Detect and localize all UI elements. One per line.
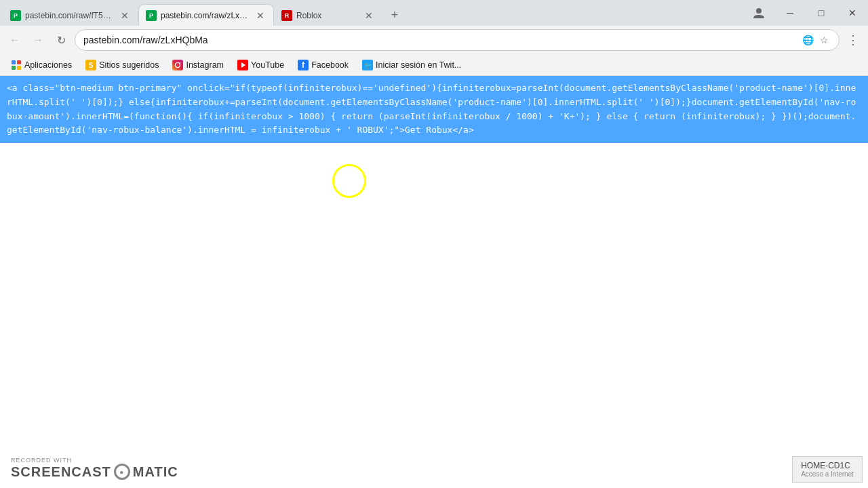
svg-rect-3 — [12, 66, 16, 70]
bookmark-apps[interactable]: Aplicaciones — [5, 58, 77, 73]
tab2-close[interactable]: ✕ — [254, 9, 267, 22]
svg-point-9 — [180, 62, 181, 63]
instagram-favicon-icon — [172, 60, 183, 70]
forward-button[interactable]: → — [28, 30, 47, 49]
bookmark-twitter-label: Iniciar sesión en Twit... — [376, 60, 461, 70]
back-button[interactable]: ← — [5, 30, 24, 49]
tab-3[interactable]: R Roblox ✕ — [274, 4, 382, 26]
home-badge-line1: HOME-CD1C — [801, 461, 854, 470]
svg-rect-4 — [17, 66, 21, 70]
bookmark-facebook-label: Facebook — [311, 60, 349, 70]
new-tab-button[interactable]: + — [385, 5, 404, 24]
svg-rect-7 — [172, 60, 183, 70]
tab2-favicon: P — [146, 10, 157, 21]
address-icons: 🌐 ☆ — [801, 33, 831, 47]
tab1-close[interactable]: ✕ — [119, 9, 131, 22]
tab3-close[interactable]: ✕ — [363, 9, 375, 22]
sitios-favicon-icon: S — [85, 60, 96, 70]
menu-button[interactable]: ⋮ — [844, 30, 863, 49]
tab2-title: pastebin.com/raw/zLxHC... — [161, 11, 250, 20]
watermark-matic: MATIC — [133, 464, 178, 480]
tab3-title: Roblox — [296, 11, 359, 20]
bookmark-twitter[interactable]: 🐦 Iniciar sesión en Twit... — [357, 58, 467, 73]
twitter-favicon-icon: 🐦 — [362, 60, 373, 70]
bookmark-apps-label: Aplicaciones — [24, 60, 72, 70]
bookmark-facebook[interactable]: f Facebook — [292, 58, 354, 73]
address-bar-row: ← → ↻ pastebin.com/raw/zLxHQbMa 🌐 ☆ ⋮ — [0, 26, 868, 54]
youtube-favicon-icon — [237, 60, 248, 70]
bookmark-star-icon[interactable]: ☆ — [817, 33, 831, 47]
watermark-recorded-with: RECORDED WITH — [11, 457, 178, 464]
tab-bar: P pastebin.com/raw/fT5To... ✕ P pastebin… — [0, 0, 868, 26]
watermark-screencast: SCREENCAST — [11, 464, 111, 480]
svg-text:S: S — [89, 62, 94, 69]
browser-window: P pastebin.com/raw/fT5To... ✕ P pastebin… — [0, 0, 868, 488]
bookmark-youtube-label: YouTube — [251, 60, 284, 70]
cursor-inner — [347, 179, 351, 183]
translate-icon[interactable]: 🌐 — [801, 33, 814, 47]
bookmark-instagram-label: Instagram — [186, 60, 224, 70]
svg-point-0 — [756, 8, 762, 14]
profile-icon[interactable] — [743, 2, 774, 24]
address-input-wrap: pastebin.com/raw/zLxHQbMa 🌐 ☆ — [75, 29, 840, 51]
home-badge-line2: Acceso a Internet — [801, 470, 854, 478]
home-badge: HOME-CD1C Acceso a Internet — [792, 456, 863, 483]
tab1-title: pastebin.com/raw/fT5To... — [25, 11, 115, 20]
minimize-button[interactable]: ─ — [774, 2, 806, 24]
tab-1[interactable]: P pastebin.com/raw/fT5To... ✕ — [3, 4, 138, 26]
svg-rect-2 — [17, 60, 21, 64]
watermark-branding: SCREENCAST ● MATIC — [11, 464, 178, 480]
content-area: <a class="btn-medium btn-primary" onclic… — [0, 76, 868, 488]
facebook-favicon-icon: f — [298, 60, 309, 70]
code-block[interactable]: <a class="btn-medium btn-primary" onclic… — [0, 76, 868, 143]
bookmark-sitios-label: Sitios sugeridos — [99, 60, 159, 70]
screencast-watermark: RECORDED WITH SCREENCAST ● MATIC — [11, 457, 178, 480]
maximize-button[interactable]: □ — [806, 2, 837, 24]
tab1-favicon: P — [10, 10, 21, 21]
bookmark-instagram[interactable]: Instagram — [167, 58, 229, 73]
close-button[interactable]: ✕ — [837, 2, 868, 24]
bookmarks-bar: Aplicaciones S Sitios sugeridos — [0, 54, 868, 76]
bookmark-youtube[interactable]: YouTube — [232, 58, 290, 73]
bookmark-sitios[interactable]: S Sitios sugeridos — [80, 58, 164, 73]
address-text[interactable]: pastebin.com/raw/zLxHQbMa — [83, 35, 797, 45]
svg-text:🐦: 🐦 — [364, 61, 373, 70]
refresh-button[interactable]: ↻ — [52, 30, 71, 49]
window-controls: ─ □ ✕ — [743, 0, 868, 26]
cursor-indicator — [332, 164, 366, 198]
svg-rect-1 — [12, 60, 16, 64]
tab-2[interactable]: P pastebin.com/raw/zLxHC... ✕ — [138, 4, 274, 26]
tab3-favicon: R — [281, 10, 292, 21]
apps-favicon-icon — [11, 60, 22, 70]
screencast-circle-icon: ● — [114, 464, 130, 480]
